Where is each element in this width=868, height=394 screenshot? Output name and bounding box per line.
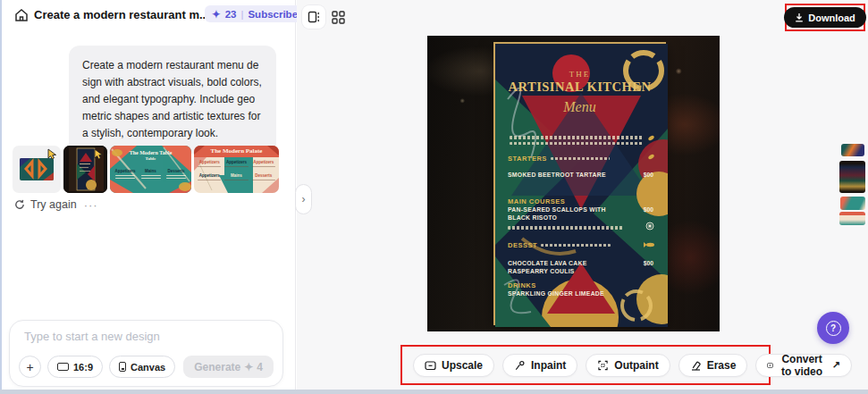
filmstrip-thumb-modern-table[interactable]	[840, 197, 865, 210]
more-options-button[interactable]: ···	[84, 198, 98, 212]
poster-garbled-text	[508, 226, 624, 230]
poster-subtitle: Menu	[495, 99, 664, 115]
poster-item: SMOKED BEETROOT TARTARE	[508, 172, 608, 180]
thumbnail-title: The Modern Palate	[194, 147, 279, 155]
thumbnail-modern-table[interactable]: The Modern Table Table Appetizers Mains …	[110, 146, 191, 193]
poster-section-drinks: DRINKS	[508, 281, 536, 289]
credits-count: 23	[225, 9, 237, 20]
canvas-button[interactable]: Canvas	[109, 356, 175, 378]
poster-price: $00	[644, 172, 653, 178]
home-icon	[13, 7, 29, 23]
aspect-ratio-button[interactable]: 16:9	[47, 356, 103, 378]
external-link-icon: ↗	[832, 359, 840, 371]
retry-icon	[14, 199, 25, 210]
home-button[interactable]	[13, 7, 30, 25]
cursor-icon	[93, 148, 105, 160]
canvas-icon	[119, 362, 126, 372]
upscale-icon	[425, 360, 436, 371]
poster-section-desserts: DESSST	[508, 241, 611, 249]
chat-header: Create a modern restaurant m... ✦ 23 | S…	[2, 0, 295, 30]
download-button[interactable]: Download	[784, 7, 866, 28]
download-icon	[795, 13, 804, 22]
sparkle-icon: ✦	[212, 8, 221, 21]
add-attachment-button[interactable]: +	[19, 356, 41, 378]
app-window: Create a modern restaurant m... ✦ 23 | S…	[0, 0, 868, 394]
upscale-button[interactable]: Upscale	[413, 354, 494, 377]
star-badge-icon	[645, 222, 654, 231]
expand-panel-handle[interactable]: ›	[295, 184, 312, 214]
aspect-ratio-value: 16:9	[73, 362, 93, 373]
prompt-input[interactable]	[24, 330, 265, 355]
thumbnail-modern-palate[interactable]: The Modern Palate Appetizers Appetizers …	[194, 146, 279, 193]
canvas-area: › Download	[297, 0, 868, 390]
grid-view-button[interactable]	[329, 8, 347, 26]
credits-badge: ✦ 23 | Subscribe	[205, 5, 305, 22]
help-button[interactable]: ?	[817, 312, 849, 344]
erase-button[interactable]: Erase	[678, 354, 748, 377]
poster-title-the: THE	[495, 70, 664, 79]
chat-panel: Create a modern restaurant m... ✦ 23 | S…	[2, 0, 296, 390]
try-again-label: Try again	[30, 198, 77, 211]
thumbnail-columns: Appetizers Mains Desserts	[114, 169, 188, 179]
poster-section-mains: MAIN COURSES	[508, 197, 565, 205]
generated-thumbnails: The Modern Table Table Appetizers Mains …	[2, 146, 295, 193]
sparkle-icon: ✦	[244, 361, 253, 373]
thumbnail-grid: Appetizers Appetizers Appetizers Appetiz…	[196, 160, 277, 180]
poster-item: PAN-SEARED SCALLOPS WITH BLACK RISOTO	[508, 206, 617, 222]
poster-item: CHOCOLATE LAVA CAKE RASPEARRY COULIS	[508, 260, 604, 275]
poster-title-main: ARTISINAL KITCHEN	[495, 80, 664, 95]
eraser-icon	[690, 360, 702, 371]
poster-item: SPARKLING GINGER LIMEADE	[508, 290, 633, 298]
grid-icon	[332, 11, 345, 24]
window-bottom-edge	[0, 390, 868, 394]
download-annotation-box: Download	[785, 4, 865, 31]
convert-to-video-button[interactable]: Convert to video ↗	[755, 354, 852, 377]
cursor-icon	[46, 148, 58, 160]
inpaint-brush-icon	[514, 360, 526, 371]
inpaint-button[interactable]: Inpaint	[502, 354, 577, 377]
actions-annotation-box: Upscale Inpaint Outpaint Erase Convert t…	[400, 345, 771, 385]
canvas-label: Canvas	[131, 362, 165, 373]
outpaint-button[interactable]: Outpaint	[586, 354, 670, 377]
filmstrip-thumb-dark-menu[interactable]	[839, 161, 865, 193]
leaf-icon	[647, 134, 655, 142]
panel-layout-icon	[308, 11, 320, 23]
video-icon	[767, 360, 773, 371]
poster-price: $00	[644, 206, 653, 213]
filmstrip-thumb-modern-palate[interactable]	[839, 212, 865, 225]
filmstrip-thumb-abstract[interactable]	[841, 144, 864, 156]
poster-garbled-text	[510, 136, 644, 145]
badge-divider: |	[240, 9, 243, 20]
thumbnail-dark-menu[interactable]	[63, 146, 107, 193]
leaf-icon	[647, 153, 655, 161]
thumbnail-abstract-art	[20, 158, 54, 180]
generated-image[interactable]: THE ARTISINAL KITCHEN Menu STARTERS SMOK…	[427, 36, 720, 331]
thumbnail-abstract[interactable]	[13, 146, 61, 193]
thumbnail-title: The Modern Table Table	[110, 150, 191, 162]
outpaint-icon	[597, 360, 609, 371]
chevron-right-icon: ›	[302, 193, 306, 205]
poster-section-starters: STARTERS	[508, 155, 610, 163]
subscribe-link[interactable]: Subscribe	[248, 9, 298, 20]
chat-title: Create a modern restaurant m...	[34, 8, 209, 21]
poster-price: $00	[644, 260, 653, 266]
fish-icon	[644, 241, 655, 248]
question-mark-icon: ?	[826, 321, 841, 336]
try-again-button[interactable]: Try again	[14, 198, 77, 211]
menu-poster: THE ARTISINAL KITCHEN Menu STARTERS SMOK…	[493, 42, 666, 325]
composer-controls: + 16:9 Canvas Generate ✦4	[19, 356, 274, 378]
prompt-composer: + 16:9 Canvas Generate ✦4	[9, 320, 283, 387]
user-prompt-message: Create a modern restaurant menu design w…	[69, 46, 276, 154]
message-actions: Try again ···	[14, 197, 98, 213]
download-label: Download	[808, 13, 855, 23]
aspect-ratio-icon	[57, 363, 69, 371]
toggle-panel-button[interactable]	[302, 5, 325, 29]
generate-button[interactable]: Generate ✦4	[183, 356, 274, 378]
